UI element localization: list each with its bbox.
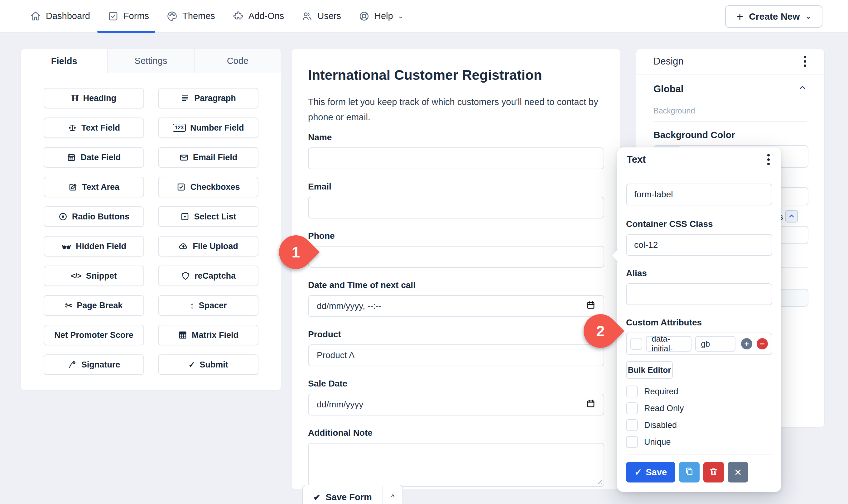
next-call-datetime-input[interactable]: dd/mm/yyyy, --:--: [308, 295, 604, 317]
unique-checkbox[interactable]: [626, 436, 638, 448]
phone-input[interactable]: [308, 246, 604, 268]
kebab-menu-icon[interactable]: [765, 152, 772, 167]
disabled-checkbox-row: Disabled: [626, 419, 772, 431]
field-button-text-area[interactable]: Text Area: [44, 177, 144, 197]
global-section-toggle[interactable]: Global: [653, 83, 807, 95]
nav-item-add-ons[interactable]: Add-Ons: [233, 11, 284, 22]
divider: [626, 454, 772, 454]
popup-header: Text: [617, 147, 781, 173]
delete-button[interactable]: [703, 462, 724, 483]
calendar-icon[interactable]: [586, 301, 595, 312]
field-button-heading[interactable]: H Heading: [44, 88, 144, 108]
container-css-class-input[interactable]: col-12: [626, 234, 772, 256]
popup-title: Text: [627, 154, 646, 165]
field-button-hidden-field[interactable]: Hidden Field: [44, 236, 144, 256]
save-form-split-button: ✔ Save Form ^: [302, 485, 403, 504]
product-select[interactable]: Product A: [308, 344, 604, 366]
nav-label: Dashboard: [46, 11, 90, 21]
required-checkbox[interactable]: [626, 385, 638, 397]
field-button-radio-buttons[interactable]: Radio Buttons: [44, 206, 144, 227]
attribute-name-input[interactable]: data-initial-: [646, 336, 691, 352]
plus-icon: +: [736, 11, 743, 22]
field-button-label: Number Field: [190, 123, 244, 133]
attribute-checkbox[interactable]: [630, 338, 642, 350]
email-input[interactable]: [308, 197, 604, 218]
field-label-product: Product: [308, 329, 604, 339]
save-form-button[interactable]: ✔ Save Form: [303, 485, 382, 504]
nav-item-themes[interactable]: Themes: [166, 11, 215, 22]
field-button-page-break[interactable]: ✂ Page Break: [44, 295, 144, 316]
kebab-menu-icon[interactable]: [802, 54, 808, 69]
field-button-recaptcha[interactable]: reCaptcha: [158, 266, 258, 286]
field-button-signature[interactable]: Signature: [44, 354, 144, 375]
field-button-text-field[interactable]: Text Field: [44, 118, 144, 138]
bulk-editor-button[interactable]: Bulk Editor: [626, 361, 673, 379]
global-section-label: Global: [653, 84, 683, 95]
attribute-value-input[interactable]: gb: [695, 336, 736, 352]
radio-icon: [58, 212, 68, 221]
disabled-checkbox[interactable]: [626, 419, 638, 431]
chevron-up-icon: ^: [391, 493, 394, 502]
text-field-icon: [68, 123, 77, 132]
field-button-snippet[interactable]: </> Snippet: [44, 266, 144, 286]
check-square-icon: [108, 11, 119, 22]
nav-item-help[interactable]: Help ⌄: [359, 11, 403, 22]
field-button-matrix-field[interactable]: Matrix Field: [158, 325, 258, 345]
close-button[interactable]: ✕: [728, 462, 748, 483]
element-class-value: form-label: [634, 190, 673, 199]
marker-number: 1: [292, 244, 300, 260]
form-description: This form let you keep track of which cu…: [308, 94, 604, 125]
attribute-name-value: data-initial-: [652, 334, 686, 354]
field-button-spacer[interactable]: ↕ Spacer: [158, 295, 258, 316]
cloud-upload-icon: [178, 241, 188, 251]
field-button-net-promoter-score[interactable]: Net Promoter Score: [44, 325, 144, 345]
chevron-down-icon: ⌄: [398, 12, 403, 20]
main-nav: Dashboard Forms Themes Add-Ons: [30, 0, 403, 32]
remove-attribute-icon[interactable]: −: [757, 338, 768, 349]
code-icon: </>: [71, 271, 82, 280]
attribute-value: gb: [701, 339, 710, 349]
product-selected-value: Product A: [317, 350, 355, 360]
field-button-label: Hidden Field: [76, 241, 126, 251]
sale-date-input[interactable]: dd/mm/yyyy: [308, 394, 604, 415]
collapse-chevron-button[interactable]: [785, 210, 798, 222]
field-button-number-field[interactable]: 123 Number Field: [158, 118, 258, 138]
add-attribute-icon[interactable]: +: [741, 338, 752, 349]
field-button-paragraph[interactable]: Paragraph: [158, 88, 258, 108]
nav-item-dashboard[interactable]: Dashboard: [30, 11, 90, 22]
tab-settings[interactable]: Settings: [107, 49, 194, 73]
top-navigation-bar: Dashboard Forms Themes Add-Ons: [0, 0, 848, 33]
field-button-file-upload[interactable]: File Upload: [158, 236, 258, 256]
paragraph-icon: [181, 93, 190, 103]
additional-note-textarea[interactable]: [308, 443, 604, 487]
chevron-down-icon: ⌄: [806, 13, 811, 21]
puzzle-icon: [233, 11, 244, 22]
field-button-checkboxes[interactable]: Checkboxes: [158, 177, 258, 197]
nav-label: Help: [375, 11, 393, 21]
form-preview-canvas: International Customer Registration This…: [291, 49, 620, 489]
field-button-select-list[interactable]: Select List: [158, 206, 258, 227]
tab-fields[interactable]: Fields: [21, 49, 107, 73]
field-label-next-call: Date and Time of next call: [308, 280, 604, 290]
nav-item-forms[interactable]: Forms: [108, 11, 149, 22]
tab-code[interactable]: Code: [194, 49, 281, 73]
element-class-input[interactable]: form-label: [626, 184, 772, 205]
nav-item-users[interactable]: Users: [302, 11, 341, 22]
field-button-submit[interactable]: ✓ Submit: [158, 354, 258, 375]
resize-handle[interactable]: [595, 478, 602, 484]
read-only-checkbox[interactable]: [626, 402, 638, 414]
name-input[interactable]: [308, 147, 604, 169]
field-buttons-grid: H Heading Paragraph Text Field 123 Numbe…: [21, 73, 281, 375]
duplicate-button[interactable]: [679, 462, 700, 483]
field-button-label: reCaptcha: [195, 271, 236, 281]
save-form-options-button[interactable]: ^: [382, 485, 402, 504]
check-icon: ✔: [313, 492, 321, 502]
alias-input[interactable]: [626, 283, 772, 305]
create-new-button[interactable]: + Create New ⌄: [725, 5, 823, 28]
active-tab-indicator: [97, 31, 155, 33]
envelope-icon: [179, 153, 188, 162]
field-button-email-field[interactable]: Email Field: [158, 147, 258, 168]
calendar-icon[interactable]: [586, 399, 595, 411]
save-button[interactable]: ✓ Save: [626, 462, 675, 483]
field-button-date-field[interactable]: Date Field: [44, 147, 144, 168]
